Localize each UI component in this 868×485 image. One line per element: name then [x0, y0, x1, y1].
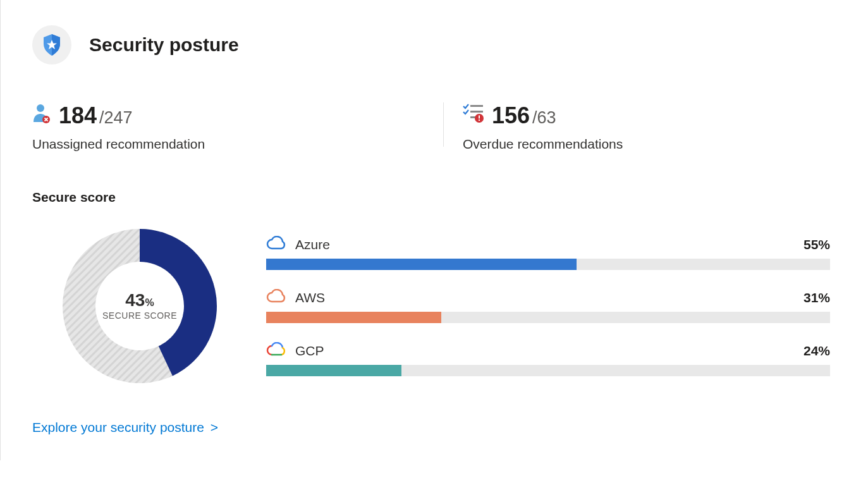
stat-overdue[interactable]: 156 /63 Overdue recommendations — [463, 102, 623, 152]
provider-row-azure[interactable]: Azure55% — [266, 236, 830, 270]
progress-fill — [266, 312, 441, 323]
donut-sub-label: SECURE SCORE — [102, 310, 177, 321]
stat-overdue-total: /63 — [532, 108, 556, 128]
provider-row-aws[interactable]: AWS31% — [266, 289, 830, 323]
security-posture-card: Security posture 184 /247 Unassigned rec… — [1, 0, 868, 460]
secure-score-donut[interactable]: 43% SECURE SCORE — [58, 224, 222, 388]
svg-point-1 — [37, 104, 44, 112]
score-area: 43% SECURE SCORE Azure55%AWS31%GCP24% — [32, 224, 836, 388]
stat-unassigned[interactable]: 184 /247 Unassigned recommendation — [32, 102, 443, 152]
explore-link-text: Explore your security posture — [32, 420, 204, 434]
svg-rect-7 — [479, 116, 480, 119]
cloud-azure-icon — [266, 236, 286, 254]
progress-track — [266, 259, 830, 270]
stat-unassigned-total: /247 — [99, 108, 133, 128]
donut-percent-sign: % — [145, 297, 154, 308]
provider-bars: Azure55%AWS31%GCP24% — [266, 236, 836, 376]
provider-percent: 24% — [804, 343, 830, 359]
checklist-overdue-icon — [463, 104, 484, 125]
progress-fill — [266, 365, 401, 376]
provider-percent: 55% — [804, 237, 830, 252]
cloud-gcp-icon — [266, 342, 286, 360]
user-unassigned-icon — [32, 103, 51, 126]
progress-track — [266, 312, 830, 323]
provider-name: Azure — [295, 237, 330, 252]
provider-name: GCP — [295, 343, 324, 359]
provider-percent: 31% — [804, 290, 830, 305]
chevron-right-icon: > — [207, 420, 218, 434]
svg-rect-3 — [470, 105, 483, 107]
explore-link[interactable]: Explore your security posture > — [32, 420, 218, 435]
shield-icon — [32, 25, 71, 64]
svg-rect-8 — [479, 120, 480, 121]
donut-percent-value: 43 — [125, 290, 145, 310]
provider-row-gcp[interactable]: GCP24% — [266, 342, 830, 376]
stat-overdue-label: Overdue recommendations — [463, 137, 623, 152]
progress-fill — [266, 259, 577, 270]
page-title: Security posture — [89, 34, 239, 56]
stat-unassigned-value: 184 — [59, 102, 97, 129]
card-header: Security posture — [32, 25, 836, 64]
stats-row: 184 /247 Unassigned recommendation — [32, 102, 836, 152]
stat-divider — [443, 102, 444, 147]
svg-rect-4 — [470, 111, 483, 113]
stat-overdue-value: 156 — [492, 102, 530, 129]
provider-name: AWS — [295, 290, 325, 305]
cloud-aws-icon — [266, 289, 286, 307]
progress-track — [266, 365, 830, 376]
secure-score-title: Secure score — [32, 190, 836, 205]
stat-unassigned-label: Unassigned recommendation — [32, 137, 443, 152]
